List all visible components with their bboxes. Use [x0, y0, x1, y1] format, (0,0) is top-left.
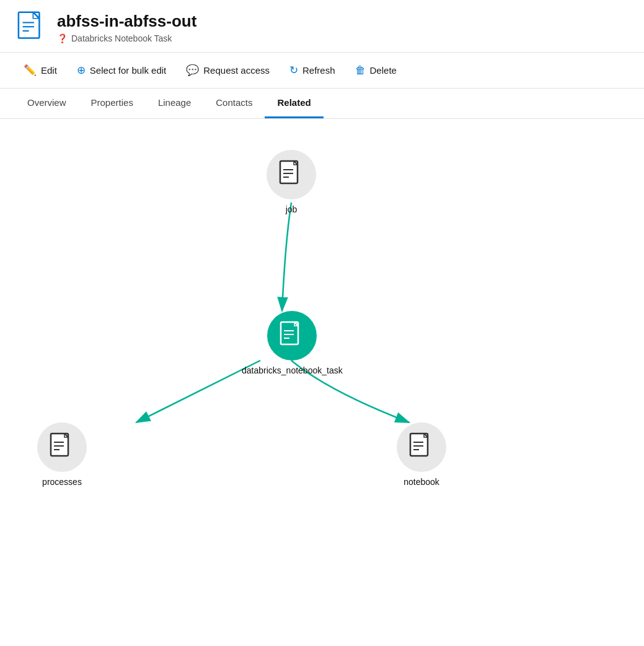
- edit-icon: ✏️: [24, 64, 37, 77]
- node-processes-doc-icon: [50, 432, 74, 462]
- node-notebook-label: notebook: [404, 477, 439, 487]
- header-icon: [15, 11, 47, 43]
- delete-icon: 🗑: [355, 64, 366, 77]
- header-subtitle: ❓ Databricks Notebook Task: [57, 33, 196, 43]
- node-task-doc-icon: [280, 321, 304, 351]
- header-text-block: abfss-in-abfss-out ❓ Databricks Notebook…: [57, 12, 196, 43]
- tabs-bar: Overview Properties Lineage Contacts Rel…: [0, 89, 644, 119]
- node-databricks-notebook-task[interactable]: databricks_notebook_task: [242, 311, 343, 375]
- tab-lineage[interactable]: Lineage: [146, 89, 203, 118]
- node-processes-circle: [37, 422, 87, 472]
- tab-contacts[interactable]: Contacts: [203, 89, 265, 118]
- request-access-button[interactable]: 💬 Request access: [177, 59, 278, 82]
- edit-label: Edit: [41, 65, 57, 76]
- subtitle-icon: ❓: [57, 33, 68, 43]
- tab-properties[interactable]: Properties: [79, 89, 146, 118]
- refresh-label: Refresh: [302, 65, 335, 76]
- node-processes[interactable]: processes: [37, 422, 87, 487]
- subtitle-text: Databricks Notebook Task: [71, 33, 172, 43]
- refresh-button[interactable]: ↻ Refresh: [281, 59, 344, 82]
- page-title: abfss-in-abfss-out: [57, 12, 196, 31]
- node-task-label: databricks_notebook_task: [242, 365, 343, 375]
- request-access-label: Request access: [203, 65, 270, 76]
- node-task-circle: [267, 311, 317, 360]
- tab-related[interactable]: Related: [265, 89, 323, 118]
- chat-icon: 💬: [186, 64, 199, 77]
- plus-circle-icon: ⊕: [77, 64, 86, 77]
- bulk-edit-label: Select for bulk edit: [90, 65, 166, 76]
- graph-area: job databricks_notebook_task: [0, 119, 644, 577]
- node-job-label: job: [286, 204, 298, 214]
- tab-overview[interactable]: Overview: [15, 89, 79, 118]
- node-processes-label: processes: [42, 477, 82, 487]
- toolbar: ✏️ Edit ⊕ Select for bulk edit 💬 Request…: [0, 53, 644, 89]
- node-notebook-circle: [397, 422, 446, 472]
- node-job-doc-icon: [279, 160, 304, 190]
- delete-label: Delete: [370, 65, 397, 76]
- header: abfss-in-abfss-out ❓ Databricks Notebook…: [0, 0, 644, 53]
- bulk-edit-button[interactable]: ⊕ Select for bulk edit: [68, 59, 175, 82]
- edit-button[interactable]: ✏️ Edit: [15, 59, 66, 82]
- node-job-circle: [267, 150, 316, 199]
- delete-button[interactable]: 🗑 Delete: [346, 59, 405, 82]
- node-notebook-doc-icon: [409, 432, 434, 462]
- node-job[interactable]: job: [267, 150, 316, 214]
- node-notebook[interactable]: notebook: [397, 422, 446, 487]
- refresh-icon: ↻: [289, 64, 298, 77]
